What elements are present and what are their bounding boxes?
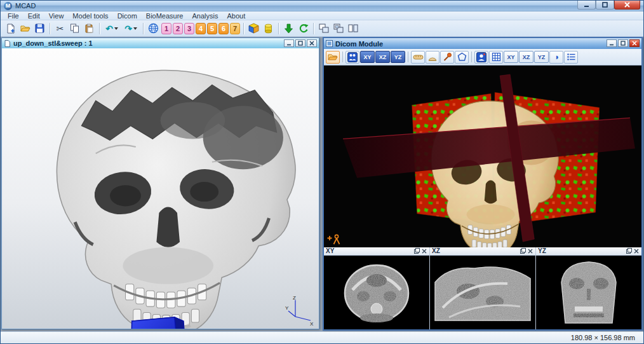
undo-icon: ↶	[105, 24, 113, 33]
new-file-button[interactable]	[3, 22, 18, 36]
dicom-window-title: Dicom Module	[335, 40, 383, 48]
patient-portrait-button[interactable]	[474, 51, 488, 64]
cube-icon	[248, 23, 259, 34]
model-close-button[interactable]	[307, 39, 317, 47]
xz-plane-button[interactable]: XZ	[375, 51, 390, 63]
menu-item-file[interactable]: File	[3, 11, 23, 20]
view-preset-5-button[interactable]: 5	[207, 23, 217, 34]
restore-icon	[298, 41, 303, 46]
ruler-icon	[413, 53, 424, 61]
view-preset-3-button[interactable]: 3	[184, 23, 194, 34]
mdi-workspace: up_down_stl&sweep : 1	[1, 37, 643, 331]
open-dicom-button[interactable]	[326, 51, 340, 64]
slice-header-xz: XZ	[430, 247, 535, 256]
contrast-button[interactable]: ◑	[549, 51, 563, 64]
menubar: File Edit View Model tools Dicom BioMeas…	[1, 11, 643, 20]
patients-button[interactable]	[345, 51, 359, 64]
cut-button[interactable]: ✂	[53, 22, 67, 36]
menu-item-edit[interactable]: Edit	[23, 11, 44, 20]
menu-item-dicom[interactable]: Dicom	[113, 11, 142, 20]
cascade-windows-button[interactable]	[316, 22, 331, 36]
view-preset-2-button[interactable]: 2	[173, 23, 183, 34]
tile-vertical-button[interactable]	[345, 22, 360, 36]
import-button[interactable]	[281, 22, 296, 36]
contour-polygon-icon	[457, 52, 467, 62]
toolbar-separator	[342, 52, 343, 62]
coronal-slice-view[interactable]	[536, 256, 641, 329]
float-panel-icon[interactable]	[520, 247, 527, 254]
dicom-3d-viewport[interactable]	[324, 65, 641, 247]
view-preset-4-button[interactable]: 4	[196, 23, 206, 34]
minimize-button[interactable]	[577, 1, 596, 10]
titlebar[interactable]: M MCAD	[1, 1, 643, 11]
pin-button[interactable]	[440, 51, 454, 64]
xy-plane-button[interactable]: XY	[360, 51, 375, 63]
model-window-controls	[284, 39, 317, 47]
open-file-button[interactable]	[18, 22, 32, 36]
statusbar: 180.98 × 156.98 mm	[1, 331, 643, 343]
cut-icon: ✂	[57, 24, 64, 33]
float-panel-icon[interactable]	[413, 247, 420, 254]
xz-view-button[interactable]: XZ	[519, 51, 533, 63]
pin-icon	[443, 52, 452, 62]
close-button[interactable]	[614, 1, 640, 10]
cascade-windows-icon	[319, 24, 329, 33]
menu-item-analysis[interactable]: Analysis	[188, 11, 223, 20]
close-panel-icon[interactable]	[633, 247, 640, 254]
list-button[interactable]	[564, 51, 578, 64]
skull-model-render	[2, 48, 319, 329]
menu-item-view[interactable]: View	[44, 11, 69, 20]
dicom-window-titlebar[interactable]: Dicom Module	[324, 38, 641, 49]
redo-button[interactable]: ↷	[121, 22, 140, 36]
save-button[interactable]	[32, 22, 47, 36]
globe-icon	[148, 23, 159, 34]
refresh-model-button[interactable]	[296, 22, 311, 36]
ruler-button[interactable]	[411, 51, 425, 64]
model-minimize-button[interactable]	[284, 39, 294, 47]
model-window-titlebar[interactable]: up_down_stl&sweep : 1	[2, 38, 319, 48]
copy-button[interactable]	[67, 22, 82, 36]
dicom-module-icon	[326, 40, 333, 47]
model-restore-button[interactable]	[295, 39, 305, 47]
protractor-button[interactable]	[426, 51, 439, 64]
yz-view-button[interactable]: YZ	[534, 51, 549, 63]
dicom-toolbar: XY XZ YZ	[324, 49, 641, 65]
app-icon: M	[4, 2, 12, 10]
close-panel-icon[interactable]	[527, 247, 533, 254]
tile-horizontal-button[interactable]	[331, 22, 345, 36]
list-icon	[567, 53, 576, 61]
menu-item-model-tools[interactable]: Model tools	[68, 11, 112, 20]
menu-item-biomeasure[interactable]: BioMeasure	[142, 11, 188, 20]
axis-x-label: X	[310, 321, 314, 326]
sagittal-slice-view[interactable]	[430, 256, 535, 329]
view-preset-7-button[interactable]: 7	[230, 23, 240, 34]
axial-slice-view[interactable]	[324, 256, 429, 329]
dicom-restore-button[interactable]	[618, 39, 628, 47]
xy-view-button[interactable]: XY	[504, 51, 518, 63]
contour-button[interactable]	[455, 51, 469, 64]
add-person-icon[interactable]	[327, 234, 341, 245]
minimize-icon	[286, 41, 292, 46]
cylinder-button[interactable]	[261, 22, 276, 36]
float-panel-icon[interactable]	[626, 247, 633, 254]
dicom-close-button[interactable]	[629, 39, 640, 47]
toolbar-separator	[143, 23, 144, 34]
patients-icon	[347, 52, 358, 62]
model-viewport[interactable]: Z Y X	[2, 48, 319, 329]
globe-button[interactable]	[146, 22, 161, 36]
mcad-application-window: M MCAD File Edit View Model tools Dicom …	[0, 0, 644, 344]
maximize-button[interactable]	[596, 1, 614, 10]
protractor-icon	[427, 53, 438, 61]
redo-icon: ↷	[124, 24, 132, 33]
dicom-module-window: Dicom Module	[323, 37, 643, 331]
undo-button[interactable]: ↶	[102, 22, 121, 36]
paste-button[interactable]	[82, 22, 97, 36]
grid-button[interactable]	[489, 51, 503, 64]
dicom-minimize-button[interactable]	[607, 39, 617, 47]
close-panel-icon[interactable]	[420, 247, 427, 254]
cube-view-button[interactable]	[246, 22, 261, 36]
menu-item-about[interactable]: About	[222, 11, 250, 20]
view-preset-1-button[interactable]: 1	[161, 23, 171, 34]
view-preset-6-button[interactable]: 6	[218, 23, 229, 34]
yz-plane-button[interactable]: YZ	[391, 51, 405, 63]
